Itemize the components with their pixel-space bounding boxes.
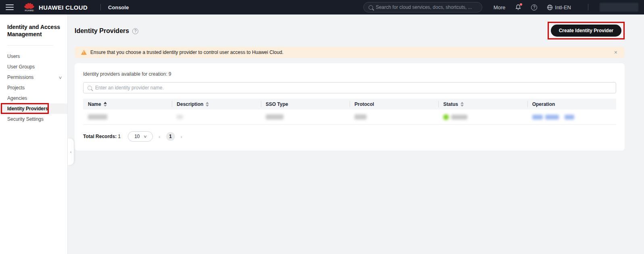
account-menu-redacted[interactable]	[600, 3, 638, 12]
chevron-down-icon: ∨	[58, 75, 62, 80]
page-title: Identity Providers	[75, 27, 129, 35]
current-page-number[interactable]: 1	[166, 132, 175, 141]
warning-banner-text: Ensure that you choose a trusted identit…	[90, 50, 610, 55]
description-cell-redacted	[172, 115, 261, 119]
status-cell-redacted	[438, 114, 527, 120]
pagination: Total Records: 1 10 ∨ ‹ 1 ›	[83, 131, 616, 142]
notification-badge	[520, 3, 522, 6]
operation-link-redacted[interactable]	[532, 115, 543, 120]
table-header-row: Name Description SSO Type Protocol Sta	[83, 99, 616, 109]
column-header-status[interactable]: Status	[438, 99, 527, 109]
topbar-divider	[588, 4, 588, 10]
locale-label: Intl-EN	[555, 4, 571, 10]
provider-search-input[interactable]: Enter an identity provider name.	[83, 82, 616, 93]
page-help-icon[interactable]: ?	[132, 28, 138, 34]
hamburger-menu-icon[interactable]	[6, 4, 14, 10]
sidebar-divider	[7, 45, 53, 45]
sidebar-collapse-handle[interactable]: ‹	[68, 138, 74, 165]
operation-cell-redacted	[527, 115, 616, 120]
more-menu[interactable]: More	[494, 4, 506, 10]
sso-type-cell-redacted	[261, 114, 350, 120]
table-row	[83, 109, 616, 125]
global-search-placeholder: Search for cloud services, docs, shortcu…	[376, 4, 472, 10]
identity-providers-table: Name Description SSO Type Protocol Sta	[83, 99, 616, 125]
chevron-down-icon: ∨	[143, 134, 147, 138]
operation-link-redacted[interactable]	[545, 115, 559, 120]
sidebar-item-agencies[interactable]: Agencies	[0, 93, 67, 103]
global-search-input[interactable]: Search for cloud services, docs, shortcu…	[363, 2, 482, 12]
name-cell-redacted	[83, 114, 172, 120]
sidebar-item-user-groups[interactable]: User Groups	[0, 62, 67, 72]
protocol-cell-redacted	[350, 114, 438, 120]
column-header-name[interactable]: Name	[83, 99, 172, 109]
next-page-button[interactable]: ›	[179, 134, 184, 140]
column-header-protocol: Protocol	[350, 99, 438, 109]
sidebar-item-projects[interactable]: Projects	[0, 83, 67, 93]
red-annotation-box: Create Identity Provider	[548, 22, 625, 39]
column-header-operation: Operation	[527, 99, 616, 109]
column-header-description[interactable]: Description	[172, 99, 261, 109]
console-link[interactable]: Console	[108, 4, 129, 10]
logo-word: HUAWEI	[25, 9, 34, 12]
globe-icon	[547, 4, 553, 10]
warning-banner: Ensure that you choose a trusted identit…	[75, 47, 625, 58]
help-icon: ?	[531, 4, 537, 10]
previous-page-button[interactable]: ‹	[157, 134, 162, 140]
available-count-text: Identity providers available for creatio…	[83, 71, 616, 77]
total-records-label: Total Records: 1	[83, 134, 121, 139]
topbar-divider	[100, 4, 101, 10]
provider-search-placeholder: Enter an identity provider name.	[95, 85, 164, 91]
topbar: HUAWEI HUAWEI CLOUD Console Search for c…	[0, 0, 644, 14]
sidebar-item-security-settings[interactable]: Security Settings	[0, 114, 67, 124]
main-content: Identity Providers ? Create Identity Pro…	[68, 14, 644, 254]
close-icon[interactable]: ×	[613, 49, 618, 56]
sort-icon[interactable]	[206, 102, 209, 107]
help-button[interactable]: ?	[531, 4, 537, 10]
notifications-button[interactable]	[515, 4, 521, 10]
bell-icon	[515, 4, 521, 10]
sort-icon[interactable]	[104, 102, 107, 107]
sidebar-title: Identity and Access Management	[0, 20, 67, 38]
locale-switcher[interactable]: Intl-EN	[547, 4, 571, 10]
operation-link-redacted[interactable]	[565, 115, 574, 120]
sort-icon[interactable]	[461, 102, 464, 107]
huawei-cloud-logo[interactable]: HUAWEI HUAWEI CLOUD	[24, 2, 88, 12]
sidebar: Identity and Access Management Users Use…	[0, 14, 68, 254]
sidebar-item-permissions[interactable]: Permissions ∨	[0, 72, 67, 83]
create-identity-provider-button[interactable]: Create Identity Provider	[551, 25, 621, 37]
status-enabled-dot	[443, 114, 449, 120]
sidebar-item-identity-providers[interactable]: Identity Providers	[0, 103, 67, 114]
column-header-sso-type: SSO Type	[261, 99, 350, 109]
sidebar-item-users[interactable]: Users	[0, 51, 67, 62]
brand-title: HUAWEI CLOUD	[39, 4, 88, 11]
warning-icon	[81, 50, 87, 55]
huawei-logo-icon: HUAWEI	[24, 2, 35, 12]
identity-providers-card: Identity providers available for creatio…	[75, 63, 625, 151]
page-size-select[interactable]: 10 ∨	[128, 131, 153, 142]
search-icon	[369, 5, 373, 10]
search-icon	[88, 86, 92, 90]
